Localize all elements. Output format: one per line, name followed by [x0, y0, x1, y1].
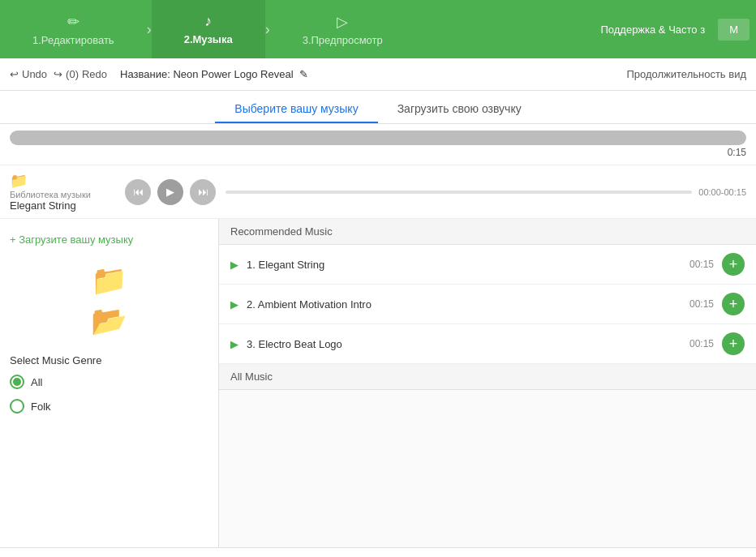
edit-title-icon[interactable]: ✎ — [299, 68, 308, 80]
timeline-bar[interactable] — [226, 191, 692, 194]
player-folder-info: 📁 Библиотека музыки Elegant String — [10, 172, 115, 212]
toolbar: ↩ Undo ↪ (0) Redo Название: Neon Power L… — [0, 58, 756, 91]
track-1: ▶ 1. Elegant String 00:15 + — [219, 245, 756, 285]
step3-label: 3.Предпросмотр — [303, 34, 383, 46]
project-title: Название: Neon Power Logo Reveal ✎ — [120, 68, 308, 80]
nav-step-music[interactable]: ♪ 2.Музыка — [152, 0, 265, 58]
nav-step-preview[interactable]: ▷ 3.Предпросмотр — [270, 0, 415, 58]
player-controls: ⏮ ▶ ⏭ — [125, 179, 216, 205]
next-button[interactable]: ⏭ — [190, 179, 216, 205]
add-track-2-button[interactable]: + — [722, 293, 745, 315]
track-2-name: 2. Ambient Motivation Intro — [247, 298, 677, 311]
step2-label: 2.Музыка — [184, 33, 233, 45]
folder-gray-icon: 📁 — [91, 264, 127, 298]
bottom-bar: This will mute the whole music during th… — [0, 547, 756, 557]
play-button[interactable]: ▶ — [157, 179, 183, 205]
genre-all-label: All — [31, 376, 42, 388]
player-row: 📁 Библиотека музыки Elegant String ⏮ ▶ ⏭… — [0, 165, 756, 219]
prev-button[interactable]: ⏮ — [125, 179, 151, 205]
recommended-header: Recommended Music — [219, 219, 756, 245]
track-3-duration: 00:15 — [685, 338, 714, 349]
upload-music-button[interactable]: + Загрузите вашу музыку — [10, 229, 208, 251]
genre-folk[interactable]: Folk — [10, 397, 208, 415]
progress-bar[interactable] — [10, 131, 746, 145]
tabs-bar: Выберите вашу музыку Загрузить свою озву… — [0, 91, 756, 124]
radio-all-circle — [10, 375, 24, 389]
track-2-duration: 00:15 — [685, 298, 714, 310]
track-3: ▶ 3. Electro Beat Logo 00:15 + — [219, 324, 756, 364]
track-2: ▶ 2. Ambient Motivation Intro 00:15 + — [219, 285, 756, 324]
step1-label: 1.Редактировать — [32, 34, 114, 46]
duration-label: Продолжительность вид — [626, 68, 746, 80]
track-1-name: 1. Elegant String — [247, 259, 677, 271]
undo-button[interactable]: ↩ Undo — [10, 68, 47, 80]
redo-icon: ↪ — [54, 68, 62, 80]
edit-icon: ✏ — [67, 13, 79, 31]
nav-support: Поддержка & Часто з — [600, 24, 718, 36]
sidebar: + Загрузите вашу музыку 📁 📂 Select Music… — [0, 219, 219, 547]
genre-all[interactable]: All — [10, 373, 208, 391]
folder-icon: 📁 — [10, 172, 115, 190]
music-icon: ♪ — [204, 13, 212, 30]
undo-icon: ↩ — [10, 68, 19, 80]
genre-label: Select Music Genre — [10, 354, 208, 366]
folder-green-icon: 📂 — [91, 304, 127, 338]
tab-upload-voiceover[interactable]: Загрузить свою озвучку — [378, 96, 541, 123]
player-timeline: 00:00-00:15 — [226, 187, 746, 197]
music-list: Recommended Music ▶ 1. Elegant String 00… — [219, 219, 756, 547]
tab-choose-music[interactable]: Выберите вашу музыку — [215, 96, 377, 123]
redo-button[interactable]: ↪ (0) Redo — [54, 68, 107, 80]
add-track-1-button[interactable]: + — [722, 253, 745, 276]
play-track-2[interactable]: ▶ — [230, 298, 238, 311]
progress-time: 0:15 — [10, 147, 746, 158]
genre-folk-label: Folk — [31, 401, 51, 413]
play-track-3[interactable]: ▶ — [230, 338, 238, 350]
m-button[interactable]: М — [718, 19, 750, 41]
folder-icons-area: 📁 📂 — [10, 257, 208, 345]
main-content: + Загрузите вашу музыку 📁 📂 Select Music… — [0, 219, 756, 547]
timeline-time: 00:00-00:15 — [698, 187, 746, 197]
radio-folk-circle — [10, 399, 24, 413]
preview-icon: ▷ — [337, 13, 348, 31]
track-3-name: 3. Electro Beat Logo — [247, 338, 677, 350]
track-1-duration: 00:15 — [685, 259, 714, 270]
progress-bar-fill — [10, 131, 746, 145]
nav-step-edit[interactable]: ✏ 1.Редактировать — [0, 0, 147, 58]
top-nav: ✏ 1.Редактировать › ♪ 2.Музыка › ▷ 3.Пре… — [0, 0, 756, 58]
all-music-header: All Music — [219, 364, 756, 390]
add-track-3-button[interactable]: + — [722, 332, 745, 355]
play-track-1[interactable]: ▶ — [230, 259, 238, 271]
progress-area: 0:15 — [0, 124, 756, 165]
